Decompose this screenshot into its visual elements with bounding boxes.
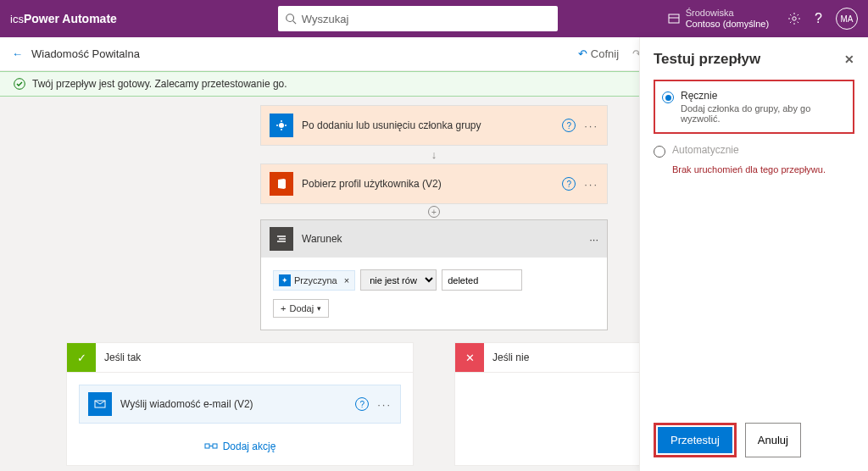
cross-icon: ✕ — [455, 343, 484, 372]
card-menu[interactable]: ··· — [584, 178, 598, 191]
condition-card[interactable]: Warunek ··· ✦ Przyczyna× nie jest równe … — [260, 219, 608, 330]
check-icon: ✓ — [67, 343, 96, 372]
environment-picker[interactable]: Środowiska Contoso (domyślne) — [667, 8, 769, 30]
settings-icon[interactable] — [787, 12, 801, 25]
svg-point-9 — [281, 120, 282, 122]
app-title: Power Automate — [24, 12, 117, 25]
test-button[interactable]: Przetestuj — [658, 427, 732, 453]
if-yes-branch: ✓Jeśli tak Wyślij wiadomość e-mail (V2) … — [66, 342, 414, 466]
add-condition-row[interactable]: + Dodaj ▾ — [273, 299, 329, 318]
test-flow-panel: Testuj przepływ ✕ Ręcznie Dodaj członka … — [639, 37, 868, 471]
connector-arrow: ↓ — [431, 148, 437, 161]
token-icon: ✦ — [279, 274, 291, 286]
back-button[interactable]: ← — [12, 47, 23, 60]
condition-operator[interactable]: nie jest równe — [360, 269, 437, 291]
teams-icon — [270, 114, 293, 137]
svg-rect-12 — [205, 444, 209, 448]
svg-point-4 — [793, 17, 796, 20]
card-menu[interactable]: ··· — [584, 119, 598, 132]
svg-rect-2 — [669, 14, 679, 23]
get-profile-card[interactable]: Pobierz profil użytkownika (V2) ? ··· — [260, 163, 608, 204]
info-icon[interactable]: ? — [562, 119, 576, 132]
help-icon[interactable]: ? — [815, 11, 822, 26]
svg-rect-13 — [213, 444, 217, 448]
info-icon[interactable]: ? — [562, 177, 576, 191]
svg-point-0 — [287, 14, 294, 22]
flow-name: Wiadomość Powitalna — [31, 47, 140, 60]
svg-point-6 — [279, 123, 284, 128]
trigger-card[interactable]: Po dodaniu lub usunięciu członka grupy ?… — [260, 105, 608, 146]
search-placeholder: Wyszukaj — [302, 13, 349, 25]
condition-value[interactable] — [442, 269, 522, 291]
svg-point-10 — [281, 129, 282, 130]
svg-point-8 — [285, 125, 287, 126]
banner-text: Twój przepływ jest gotowy. Zalecamy prze… — [32, 78, 287, 90]
outlook-icon — [88, 392, 112, 416]
svg-point-7 — [276, 125, 278, 126]
check-icon — [14, 78, 25, 90]
add-action-yes[interactable]: Dodaj akcję — [79, 441, 401, 452]
waffle-icon[interactable]: ics — [10, 13, 24, 25]
close-icon[interactable]: ✕ — [844, 53, 854, 66]
card-menu[interactable]: ··· — [377, 398, 392, 411]
insert-step[interactable]: + — [428, 206, 440, 218]
radio-icon — [662, 91, 674, 103]
app-header: ics Power Automate Wyszukaj Środowiska C… — [0, 0, 868, 37]
test-manual-option[interactable]: Ręcznie Dodaj członka do grupy, aby go w… — [662, 86, 846, 127]
office-icon — [270, 172, 293, 196]
condition-icon — [270, 227, 293, 251]
svg-point-5 — [14, 79, 25, 90]
add-action-icon — [204, 441, 218, 452]
search-icon — [285, 13, 297, 25]
card-menu[interactable]: ··· — [589, 233, 598, 246]
panel-title: Testuj przepływ ✕ — [654, 51, 854, 68]
cancel-button[interactable]: Anuluj — [745, 423, 801, 457]
radio-icon — [654, 146, 665, 158]
info-icon[interactable]: ? — [355, 397, 369, 411]
environment-icon — [667, 12, 681, 25]
undo-button[interactable]: ↶Cofnij — [578, 47, 619, 60]
svg-line-1 — [292, 21, 296, 25]
search-box[interactable]: Wyszukaj — [278, 6, 558, 31]
send-email-card[interactable]: Wyślij wiadomość e-mail (V2) ? ··· — [79, 385, 401, 424]
condition-left-operand[interactable]: ✦ Przyczyna× — [273, 270, 355, 291]
avatar[interactable]: MA — [836, 8, 858, 30]
test-auto-option[interactable]: Automatycznie — [654, 141, 854, 161]
auto-error-text: Brak uruchomień dla tego przepływu. — [672, 164, 854, 175]
